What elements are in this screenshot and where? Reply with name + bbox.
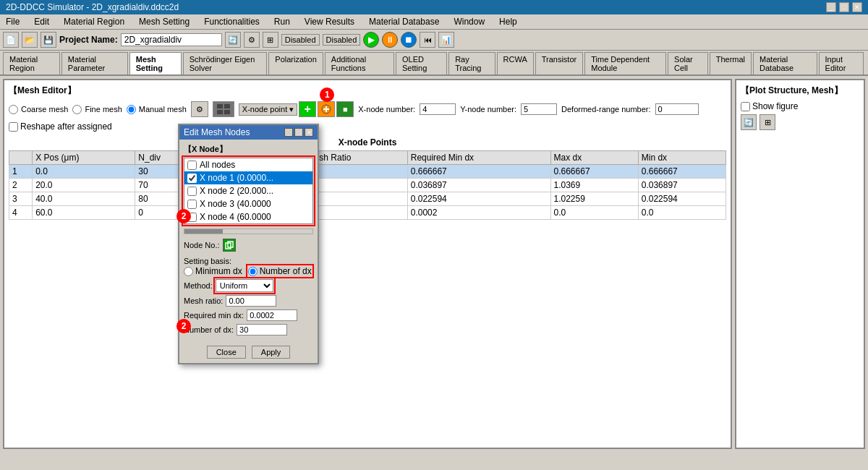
y-node-number-input[interactable] bbox=[521, 103, 557, 115]
num-dx-radio[interactable] bbox=[248, 267, 258, 276]
cell-ratio: 1.1 bbox=[304, 206, 407, 220]
manual-mesh-radio[interactable] bbox=[127, 105, 136, 114]
node-4[interactable]: X node 4 (60.0000 bbox=[184, 210, 312, 223]
reshape-checkbox[interactable] bbox=[9, 122, 18, 132]
settings-btn[interactable]: ⚙ bbox=[244, 32, 260, 48]
coarse-mesh-radio[interactable] bbox=[9, 105, 18, 114]
show-figure-label: Show figure bbox=[752, 101, 798, 111]
tab-polarization[interactable]: Polarization bbox=[268, 52, 323, 74]
node-list-scrollbar[interactable] bbox=[184, 228, 313, 234]
node-all-checkbox[interactable] bbox=[187, 161, 197, 170]
tab-mesh-setting[interactable]: Mesh Setting bbox=[129, 52, 182, 74]
min-dx-radio[interactable] bbox=[184, 267, 193, 276]
mesh-ratio-input[interactable] bbox=[226, 295, 276, 307]
node-4-label: X node 4 (60.0000 bbox=[200, 212, 271, 222]
coarse-mesh-option[interactable]: Coarse mesh bbox=[9, 105, 68, 114]
tab-schrodinger[interactable]: Schrödinger Eigen Solver bbox=[183, 52, 268, 74]
refresh-plot-btn[interactable]: 🔄 bbox=[741, 114, 757, 130]
node-4-checkbox[interactable] bbox=[187, 213, 197, 222]
settings-gear-btn[interactable]: ⚙ bbox=[191, 101, 208, 117]
menu-run[interactable]: Run bbox=[271, 16, 293, 27]
grid-btn[interactable]: ⊞ bbox=[263, 32, 278, 48]
tab-input-editor[interactable]: Input Editor bbox=[819, 52, 864, 74]
num-dx-input[interactable] bbox=[237, 324, 287, 336]
minimize-btn[interactable]: _ bbox=[826, 2, 836, 12]
play-btn[interactable]: ▶ bbox=[363, 32, 379, 48]
method-select[interactable]: Uniform Bump bbox=[216, 279, 273, 292]
dialog-minimize-btn[interactable]: _ bbox=[284, 128, 293, 137]
tab-rcwa[interactable]: RCWA bbox=[497, 52, 534, 74]
node-all[interactable]: All nodes bbox=[184, 158, 312, 171]
rewind-btn[interactable]: ⏮ bbox=[420, 32, 435, 48]
req-min-dx-input[interactable] bbox=[247, 309, 297, 321]
tab-additional[interactable]: Additional Functions bbox=[325, 52, 394, 74]
dialog-node-list[interactable]: All nodes X node 1 (0.0000... X node 2 (… bbox=[184, 158, 313, 224]
table-row[interactable]: 2 20.0 70 Uniform Bump 1.1 0.036897 1.03… bbox=[9, 179, 726, 192]
chart-btn[interactable]: 📊 bbox=[438, 32, 454, 48]
menu-view-results[interactable]: View Results bbox=[302, 16, 357, 27]
dialog-maximize-btn[interactable]: □ bbox=[294, 128, 303, 137]
menu-mesh-setting[interactable]: Mesh Setting bbox=[136, 16, 192, 27]
fine-mesh-radio[interactable] bbox=[72, 105, 82, 114]
dialog-close-btn[interactable]: ✕ bbox=[305, 128, 313, 137]
table-row[interactable]: 3 40.0 80 Uniform Bump 1.1 0.022594 1.02… bbox=[9, 192, 726, 206]
tab-transistor[interactable]: Transistor bbox=[535, 52, 584, 74]
node-1[interactable]: X node 1 (0.0000... bbox=[184, 171, 312, 184]
save-btn[interactable]: 💾 bbox=[41, 32, 56, 48]
show-figure-option[interactable]: Show figure bbox=[741, 101, 859, 111]
menu-edit[interactable]: Edit bbox=[31, 16, 52, 27]
dialog-body: 【X Node】 All nodes X node 1 (0.0000... bbox=[179, 140, 318, 343]
deformed-range-input[interactable] bbox=[655, 103, 699, 115]
tab-material-region[interactable]: Material Region bbox=[3, 52, 60, 74]
reshape-option[interactable]: Reshape after assigned bbox=[9, 121, 112, 132]
stop-btn[interactable]: ⏹ bbox=[401, 32, 417, 48]
table-row[interactable]: 1 0.0 30 Uniform Bump 1.1 0.666667 0.666… bbox=[9, 165, 726, 179]
edit-node-btn[interactable]: 1 bbox=[318, 101, 335, 117]
maximize-btn[interactable]: □ bbox=[839, 2, 849, 12]
dialog-title-controls: _ □ ✕ bbox=[284, 128, 313, 137]
node-3-checkbox[interactable] bbox=[187, 200, 197, 209]
grid-pattern-btn[interactable] bbox=[213, 101, 234, 117]
node-1-checkbox[interactable] bbox=[187, 174, 197, 183]
menu-window[interactable]: Window bbox=[451, 16, 488, 27]
pause-btn[interactable]: ⏸ bbox=[382, 32, 398, 48]
num-dx-row: Number of dx: bbox=[184, 324, 313, 336]
menu-file[interactable]: File bbox=[3, 16, 22, 27]
x-node-dropdown[interactable]: X-node point ▾ bbox=[239, 103, 297, 116]
num-dx-option[interactable]: Number of dx bbox=[248, 266, 312, 276]
new-btn[interactable]: 📄 bbox=[3, 32, 19, 48]
x-node-number-input[interactable] bbox=[420, 103, 456, 115]
edit-mesh-nodes-dialog[interactable]: Edit Mesh Nodes _ □ ✕ 【X Node】 All nodes bbox=[178, 124, 319, 364]
tab-material-db[interactable]: Material Database bbox=[753, 52, 817, 74]
node-2[interactable]: X node 2 (20.000... bbox=[184, 184, 312, 197]
manual-mesh-option[interactable]: Manual mesh bbox=[127, 105, 187, 114]
node-3[interactable]: X node 3 (40.0000 bbox=[184, 197, 312, 210]
tab-material-parameter[interactable]: Material Parameter bbox=[61, 52, 128, 74]
cell-min-dx: 0.022594 bbox=[638, 192, 726, 206]
refresh-btn[interactable]: 🔄 bbox=[225, 32, 241, 48]
delete-node-btn[interactable]: ■ bbox=[336, 101, 354, 117]
add-node-btn[interactable]: + bbox=[299, 101, 316, 117]
menu-help[interactable]: Help bbox=[496, 16, 520, 27]
table-row[interactable]: 4 60.0 0 Uniform Bump 1.1 0.0002 0.0 0.0 bbox=[9, 206, 726, 220]
annotation-1: 1 bbox=[320, 87, 334, 102]
grid-plot-btn[interactable]: ⊞ bbox=[760, 114, 775, 130]
min-dx-option[interactable]: Minimum dx bbox=[184, 266, 242, 276]
menu-functionalities[interactable]: Functionalities bbox=[201, 16, 263, 27]
fine-mesh-option[interactable]: Fine mesh bbox=[72, 105, 122, 114]
copy-node-btn[interactable] bbox=[223, 239, 236, 252]
tab-thermal[interactable]: Thermal bbox=[710, 52, 752, 74]
close-btn[interactable]: ✕ bbox=[852, 2, 862, 12]
tab-time-dependent[interactable]: Time Dependent Module bbox=[584, 52, 666, 74]
apply-button[interactable]: Apply bbox=[252, 346, 291, 359]
deformed-range-label: Deformed-range number: bbox=[561, 105, 651, 114]
tab-ray-tracing[interactable]: Ray Tracing bbox=[448, 52, 495, 74]
open-btn[interactable]: 📂 bbox=[22, 32, 38, 48]
menu-material-region[interactable]: Material Region bbox=[61, 16, 127, 27]
close-button[interactable]: Close bbox=[207, 346, 246, 359]
tab-oled[interactable]: OLED Setting bbox=[396, 52, 447, 74]
tab-solar-cell[interactable]: Solar Cell bbox=[668, 52, 708, 74]
menu-material-database[interactable]: Material Database bbox=[366, 16, 442, 27]
node-2-checkbox[interactable] bbox=[187, 187, 197, 196]
show-figure-checkbox[interactable] bbox=[741, 102, 750, 111]
